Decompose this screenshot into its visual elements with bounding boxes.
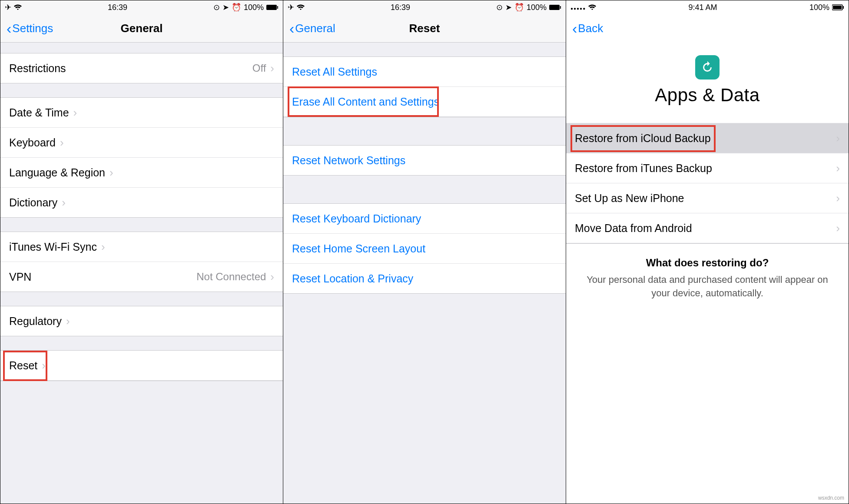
row-date-time[interactable]: Date & Time› bbox=[0, 98, 283, 128]
chevron-right-icon: › bbox=[42, 359, 46, 372]
chevron-right-icon: › bbox=[101, 240, 105, 254]
footer-question: What does restoring do? bbox=[584, 257, 831, 269]
alarm-icon: ⏰ bbox=[232, 3, 241, 12]
svg-rect-3 bbox=[560, 6, 561, 9]
svg-rect-0 bbox=[266, 5, 277, 10]
svg-rect-5 bbox=[833, 6, 842, 9]
svg-rect-2 bbox=[549, 5, 560, 10]
row-restore-itunes[interactable]: Restore from iTunes Backup› bbox=[566, 153, 849, 183]
status-bar: 9:41 AM 100% bbox=[566, 0, 849, 14]
watermark: wsxdn.com bbox=[818, 495, 844, 501]
nav-bar: ‹ General Reset bbox=[283, 14, 566, 43]
status-bar: ✈ 16:39 ⊙ ➤ ⏰ 100% bbox=[283, 0, 566, 14]
row-reset[interactable]: Reset› bbox=[0, 351, 283, 381]
row-reset-network[interactable]: Reset Network Settings bbox=[283, 146, 566, 175]
svg-rect-6 bbox=[843, 6, 844, 9]
battery-icon bbox=[549, 4, 561, 10]
chevron-right-icon: › bbox=[60, 136, 64, 149]
back-button[interactable]: ‹ Back bbox=[572, 21, 603, 36]
row-vpn[interactable]: VPNNot Connected› bbox=[0, 262, 283, 292]
battery-icon bbox=[266, 4, 279, 10]
hero-title: Apps & Data bbox=[655, 85, 759, 106]
settings-body: Restrictions Off › Date & Time› Keyboard… bbox=[0, 43, 283, 504]
restore-icon bbox=[695, 55, 720, 80]
battery-percent: 100% bbox=[527, 3, 547, 12]
row-reset-home-screen[interactable]: Reset Home Screen Layout bbox=[283, 234, 566, 264]
status-time: 16:39 bbox=[391, 3, 410, 12]
row-regulatory[interactable]: Regulatory› bbox=[0, 306, 283, 336]
chevron-right-icon: › bbox=[270, 62, 274, 75]
footer-info: What does restoring do? Your personal da… bbox=[566, 244, 849, 313]
chevron-right-icon: › bbox=[73, 106, 77, 119]
footer-detail: Your personal data and purchased content… bbox=[584, 273, 831, 300]
back-button[interactable]: ‹ General bbox=[289, 21, 335, 36]
airplane-icon: ✈ bbox=[288, 3, 294, 12]
row-itunes-wifi-sync[interactable]: iTunes Wi-Fi Sync› bbox=[0, 232, 283, 262]
row-reset-keyboard-dictionary[interactable]: Reset Keyboard Dictionary bbox=[283, 204, 566, 234]
row-language-region[interactable]: Language & Region› bbox=[0, 158, 283, 188]
screen-general: ✈ 16:39 ⊙ ➤ ⏰ 100% ‹ Settings General Re… bbox=[0, 0, 283, 504]
lock-icon: ⊙ bbox=[496, 3, 503, 12]
chevron-left-icon: ‹ bbox=[7, 21, 11, 36]
airplane-icon: ✈ bbox=[5, 3, 11, 12]
wifi-icon bbox=[14, 4, 22, 10]
row-restore-icloud[interactable]: Restore from iCloud Backup› bbox=[566, 123, 849, 153]
row-reset-location-privacy[interactable]: Reset Location & Privacy bbox=[283, 264, 566, 293]
lock-icon: ⊙ bbox=[213, 3, 220, 12]
battery-icon bbox=[832, 4, 844, 10]
chevron-right-icon: › bbox=[836, 222, 840, 235]
status-time: 16:39 bbox=[108, 3, 127, 12]
chevron-right-icon: › bbox=[836, 132, 840, 145]
screen-apps-data: 9:41 AM 100% ‹ Back Apps & Data Restore … bbox=[566, 0, 849, 504]
wifi-icon bbox=[297, 4, 305, 10]
location-icon: ➤ bbox=[222, 3, 229, 12]
status-bar: ✈ 16:39 ⊙ ➤ ⏰ 100% bbox=[0, 0, 283, 14]
battery-percent: 100% bbox=[244, 3, 264, 12]
battery-percent: 100% bbox=[809, 3, 829, 12]
back-label: Back bbox=[578, 22, 603, 35]
wifi-icon bbox=[588, 4, 596, 10]
chevron-right-icon: › bbox=[66, 315, 70, 328]
nav-bar: ‹ Settings General bbox=[0, 14, 283, 43]
hero: Apps & Data bbox=[566, 42, 849, 123]
chevron-right-icon: › bbox=[836, 162, 840, 175]
row-erase-all-content[interactable]: Erase All Content and Settings bbox=[283, 87, 566, 117]
chevron-right-icon: › bbox=[109, 166, 113, 179]
alarm-icon: ⏰ bbox=[514, 3, 524, 12]
status-time: 9:41 AM bbox=[689, 3, 717, 12]
row-restrictions[interactable]: Restrictions Off › bbox=[0, 53, 283, 83]
back-label: Settings bbox=[12, 22, 53, 35]
chevron-left-icon: ‹ bbox=[572, 21, 577, 36]
nav-bar: ‹ Back bbox=[566, 14, 849, 42]
back-label: General bbox=[295, 22, 335, 35]
settings-body: Reset All Settings Erase All Content and… bbox=[283, 43, 566, 504]
chevron-right-icon: › bbox=[62, 196, 66, 209]
row-move-android[interactable]: Move Data from Android› bbox=[566, 213, 849, 243]
back-button[interactable]: ‹ Settings bbox=[7, 21, 53, 36]
row-dictionary[interactable]: Dictionary› bbox=[0, 188, 283, 217]
chevron-right-icon: › bbox=[270, 270, 274, 284]
screen-reset: ✈ 16:39 ⊙ ➤ ⏰ 100% ‹ General Reset Reset… bbox=[283, 0, 566, 504]
chevron-left-icon: ‹ bbox=[289, 21, 294, 36]
row-setup-new[interactable]: Set Up as New iPhone› bbox=[566, 183, 849, 213]
row-reset-all-settings[interactable]: Reset All Settings bbox=[283, 57, 566, 87]
signal-icon bbox=[570, 3, 586, 12]
chevron-right-icon: › bbox=[836, 192, 840, 205]
svg-rect-1 bbox=[277, 6, 278, 9]
row-keyboard[interactable]: Keyboard› bbox=[0, 128, 283, 158]
location-icon: ➤ bbox=[505, 3, 512, 12]
